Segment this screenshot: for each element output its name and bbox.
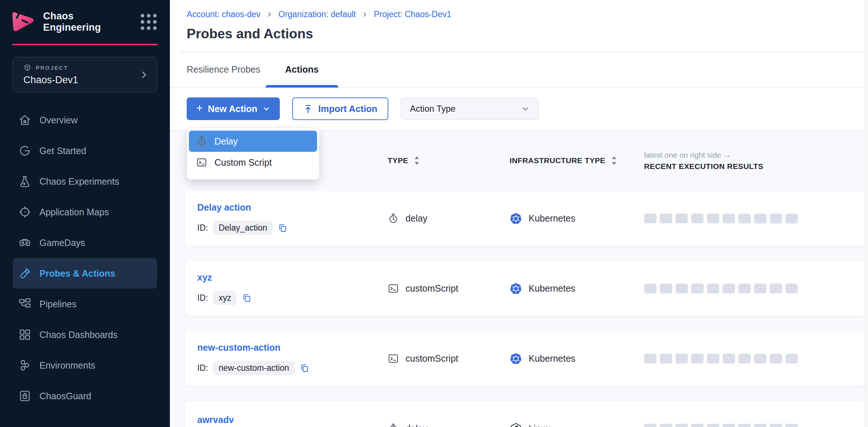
tab-resilience-probes[interactable]: Resilience Probes <box>187 52 260 87</box>
execution-result-placeholder <box>660 214 672 223</box>
menu-item-custom-script[interactable]: Custom Script <box>189 152 317 173</box>
sidebar-header: Chaos Engineering <box>0 0 170 34</box>
home-icon <box>18 114 31 127</box>
sidebar-item-label: GameDays <box>39 238 85 248</box>
action-name-link[interactable]: awrvadv <box>197 415 388 425</box>
execution-result-placeholder <box>723 424 735 427</box>
action-type-cell: customScript <box>388 283 510 294</box>
execution-result-placeholder <box>691 284 704 293</box>
flask-icon <box>18 175 31 188</box>
execution-result-placeholder <box>770 214 782 223</box>
sort-icon[interactable] <box>414 156 420 165</box>
table-row[interactable]: xyz ID: xyz customScript Kubernetes <box>185 261 865 316</box>
lock-icon <box>18 389 31 403</box>
module-switcher-icon[interactable] <box>141 14 157 30</box>
tab-bar: Resilience Probes Actions <box>170 52 868 88</box>
sidebar-item-chaos-dashboards[interactable]: Chaos Dashboards <box>13 319 157 350</box>
dashboard-icon <box>18 328 31 341</box>
breadcrumb-account-link[interactable]: Account: chaos-dev <box>187 9 260 19</box>
brand-divider <box>12 44 158 45</box>
recent-results-hint: latest one on right side → <box>644 151 764 159</box>
copy-icon[interactable] <box>242 293 252 303</box>
pipeline-icon <box>18 297 31 311</box>
new-action-button[interactable]: + New Action <box>187 97 280 120</box>
scrollbar[interactable] <box>865 0 868 427</box>
execution-result-placeholder <box>660 284 672 293</box>
sidebar-item-label: Environments <box>39 360 95 371</box>
action-type-cell: delay <box>388 423 510 427</box>
execution-result-placeholder <box>644 424 656 427</box>
terminal-icon <box>388 353 399 364</box>
execution-result-placeholder <box>707 424 719 427</box>
sidebar-item-label: Get Started <box>39 146 86 156</box>
execution-result-placeholder <box>738 284 751 293</box>
execution-result-placeholder <box>707 354 719 363</box>
sidebar-item-pipelines[interactable]: Pipelines <box>13 289 157 319</box>
target-icon <box>18 205 31 219</box>
project-selector[interactable]: PROJECT Chaos-Dev1 <box>13 57 157 92</box>
sidebar-item-get-started[interactable]: Get Started <box>13 135 157 166</box>
breadcrumb-project-link[interactable]: Project: Chaos-Dev1 <box>374 9 451 19</box>
id-label: ID: <box>197 363 208 373</box>
sidebar-item-application-maps[interactable]: Application Maps <box>13 197 157 227</box>
plus-icon: + <box>196 103 203 114</box>
table-header-recent-results: latest one on right side → RECENT EXECUT… <box>644 151 858 171</box>
execution-result-placeholder <box>754 214 766 223</box>
execution-result-placeholder <box>691 354 704 363</box>
chaos-engineering-logo-icon <box>11 9 36 34</box>
execution-result-placeholder <box>644 284 656 293</box>
sort-icon[interactable] <box>611 156 617 165</box>
sidebar-item-chaos-experiments[interactable]: Chaos Experiments <box>13 166 157 197</box>
id-label: ID: <box>197 223 208 233</box>
infrastructure-cell: Kubernetes <box>510 282 644 295</box>
sidebar-item-label: ChaosGuard <box>39 391 91 401</box>
table-row[interactable]: new-custom-action ID: new-custom-action … <box>185 331 865 386</box>
table-row[interactable]: awrvadv ID: delay Linux <box>185 401 865 427</box>
copy-icon[interactable] <box>300 363 309 373</box>
sidebar-item-label: Chaos Experiments <box>39 176 119 187</box>
chevron-down-icon <box>521 104 530 113</box>
breadcrumb-organization-link[interactable]: Organization: default <box>278 9 356 19</box>
action-type-cell: delay <box>388 213 510 224</box>
action-type-value: Action Type <box>410 104 521 114</box>
execution-result-placeholder <box>660 424 672 427</box>
execution-result-placeholder <box>770 424 782 427</box>
chevron-right-icon <box>266 11 273 18</box>
execution-result-placeholder <box>691 424 704 427</box>
new-action-menu: Delay Custom Script <box>187 128 319 180</box>
table-header-infrastructure[interactable]: INFRASTRUCTURE TYPE <box>510 156 644 165</box>
execution-result-placeholder <box>691 214 704 223</box>
menu-item-delay[interactable]: Delay <box>189 131 317 152</box>
tab-actions[interactable]: Actions <box>266 52 339 87</box>
sidebar-item-probes-actions[interactable]: Probes & Actions <box>13 258 157 289</box>
get-started-icon <box>18 144 31 157</box>
chevron-right-icon <box>139 70 149 80</box>
action-name-link[interactable]: xyz <box>197 272 388 283</box>
execution-result-placeholder <box>738 354 751 363</box>
execution-result-placeholder <box>644 354 656 363</box>
action-name-link[interactable]: Delay action <box>197 202 388 213</box>
recent-execution-results <box>644 284 858 293</box>
copy-icon[interactable] <box>278 223 288 233</box>
hexagons-icon <box>18 359 31 372</box>
terminal-icon <box>388 283 399 294</box>
toolbar: + New Action Import Action Action Type <box>170 88 868 130</box>
execution-result-placeholder <box>770 284 782 293</box>
execution-result-placeholder <box>675 284 688 293</box>
sidebar-item-chaosguard[interactable]: ChaosGuard <box>13 381 157 411</box>
sidebar-item-label: Probes & Actions <box>39 268 115 279</box>
action-name-link[interactable]: new-custom-action <box>197 342 388 353</box>
action-type-select[interactable]: Action Type <box>401 98 539 120</box>
action-id-badge: new-custom-action <box>213 361 294 375</box>
execution-result-placeholder <box>738 214 751 223</box>
sidebar-item-environments[interactable]: Environments <box>13 350 157 381</box>
sidebar-item-gamedays[interactable]: GameDays <box>13 227 157 258</box>
table-row[interactable]: Delay action ID: Delay_action delay Kube… <box>185 191 865 246</box>
stopwatch-icon <box>388 423 399 427</box>
project-label: PROJECT <box>36 65 68 71</box>
recent-execution-results <box>644 214 858 223</box>
import-action-button[interactable]: Import Action <box>292 97 388 120</box>
table-header-type[interactable]: TYPE <box>388 156 510 165</box>
project-name: Chaos-Dev1 <box>23 74 139 86</box>
sidebar-item-overview[interactable]: Overview <box>13 105 157 135</box>
